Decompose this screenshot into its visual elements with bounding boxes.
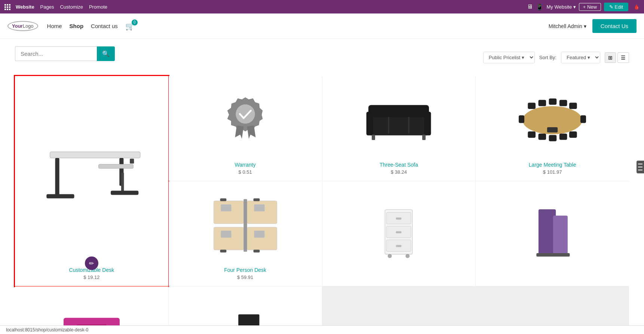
search-input[interactable] <box>15 46 97 61</box>
svg-rect-16 <box>388 117 390 134</box>
search-button[interactable]: 🔍 <box>97 46 115 61</box>
product-card-warranty[interactable]: Warranty $ 0.51 <box>169 76 322 181</box>
product-name-three-seat-sofa: Three-Seat Sofa <box>380 162 418 168</box>
warranty-svg <box>225 96 266 145</box>
product-card-customizable-desk[interactable]: ✏ Customizable Desk $ 19.12 <box>15 76 168 286</box>
nav-contact[interactable]: Contact us <box>91 23 118 29</box>
product-card-three-seat-sofa[interactable]: Three-Seat Sofa $ 38.24 <box>322 76 476 181</box>
logo-text: Your <box>12 23 23 29</box>
product-card-screen-divider[interactable] <box>476 181 629 286</box>
sofa-image <box>328 82 470 158</box>
svg-rect-7 <box>98 164 133 168</box>
filter-row: Public Pricelist ▾ Sort By: Featured ▾ ⊞… <box>483 52 629 63</box>
svg-rect-28 <box>539 133 546 140</box>
svg-rect-53 <box>396 245 402 247</box>
nav-home[interactable]: Home <box>47 23 62 29</box>
shop-container: 🔍 Public Pricelist ▾ Sort By: Featured ▾… <box>0 39 644 334</box>
products-grid: ✏ Customizable Desk $ 19.12 <box>15 76 629 334</box>
view-buttons: ⊞ ☰ <box>605 52 629 63</box>
divider-svg <box>528 206 577 262</box>
svg-rect-3 <box>121 173 124 194</box>
product-card-large-meeting-table[interactable]: Large Meeting Table $ 101.97 <box>476 76 629 181</box>
svg-rect-38 <box>221 204 231 211</box>
mobile-icon: 📱 <box>536 3 543 10</box>
svg-rect-58 <box>536 253 570 256</box>
svg-rect-4 <box>46 194 74 198</box>
svg-rect-33 <box>580 115 586 123</box>
four-person-desk-image <box>175 187 316 263</box>
svg-rect-25 <box>559 100 567 106</box>
screen-divider-image <box>482 187 623 280</box>
warranty-image <box>175 82 316 158</box>
monitor-icon: 🖥 <box>527 3 533 10</box>
svg-rect-36 <box>214 227 243 250</box>
logo[interactable]: YourLogo <box>7 21 38 31</box>
website-title: Website <box>16 4 34 10</box>
desk-svg <box>36 124 148 221</box>
svg-rect-24 <box>549 98 557 104</box>
edit-button[interactable]: ✎ Edit <box>604 3 628 11</box>
status-bar: localhost:8015/shop/customizable-desk-0 <box>0 325 644 334</box>
meeting-svg <box>517 92 588 148</box>
grid-view-button[interactable]: ⊞ <box>605 52 616 63</box>
svg-rect-6 <box>130 159 134 164</box>
svg-rect-26 <box>569 103 577 109</box>
pricelist-dropdown[interactable]: Public Pricelist ▾ <box>483 52 535 63</box>
nav-pages[interactable]: Pages <box>40 4 54 10</box>
svg-rect-32 <box>519 115 524 123</box>
admin-user-label[interactable]: Mitchell Admin ▾ <box>549 23 586 29</box>
contact-us-button[interactable]: Contact Us <box>592 19 637 33</box>
search-bar: 🔍 <box>15 46 115 61</box>
svg-rect-21 <box>547 127 558 132</box>
product-price-large-meeting-table: $ 101.97 <box>543 169 562 175</box>
nav-shop[interactable]: Shop <box>70 23 84 29</box>
nav-customize[interactable]: Customize <box>60 4 83 10</box>
sort-label: Sort By: <box>539 55 556 60</box>
sidebar-line <box>638 170 643 170</box>
svg-rect-37 <box>247 227 277 250</box>
nav-promote[interactable]: Promote <box>89 4 107 10</box>
sort-dropdown[interactable]: Featured ▾ <box>561 52 600 63</box>
sidebar-line <box>638 167 643 167</box>
svg-rect-31 <box>569 131 577 138</box>
product-name-large-meeting-table: Large Meeting Table <box>529 162 576 168</box>
svg-rect-42 <box>243 199 247 252</box>
my-website-label[interactable]: My Website ▾ <box>546 4 576 10</box>
svg-rect-14 <box>367 112 373 135</box>
main-nav: Home Shop Contact us 🛒 0 <box>47 22 549 31</box>
svg-rect-29 <box>549 135 557 141</box>
new-label: + New <box>583 4 597 10</box>
cart-wrapper[interactable]: 🛒 0 <box>125 22 135 31</box>
new-button[interactable]: + New <box>579 3 601 11</box>
product-price-three-seat-sofa: $ 38.24 <box>391 169 407 175</box>
svg-rect-39 <box>254 204 264 211</box>
svg-rect-19 <box>422 134 426 140</box>
sidebar-line <box>638 164 643 164</box>
product-price-four-person-desk: $ 59.91 <box>237 274 253 280</box>
product-price-warranty: $ 0.51 <box>239 169 252 175</box>
svg-rect-12 <box>368 115 429 135</box>
svg-rect-22 <box>528 103 536 109</box>
cart-badge: 0 <box>132 19 138 25</box>
filing-cabinet-image <box>328 187 470 280</box>
product-card-filing-cabinet[interactable] <box>322 181 476 286</box>
grid-menu-icon[interactable] <box>4 4 10 9</box>
product-card-four-person-desk[interactable]: Four Person Desk $ 59.91 <box>169 181 322 286</box>
svg-point-9 <box>236 104 255 123</box>
svg-rect-23 <box>539 100 546 106</box>
status-url: localhost:8015/shop/customizable-desk-0 <box>6 327 88 333</box>
right-sidebar[interactable] <box>637 161 644 173</box>
admin-bar: Website Pages Customize Promote 🖥 📱 My W… <box>0 0 644 13</box>
svg-rect-41 <box>254 231 264 238</box>
desk-image <box>21 82 162 263</box>
cabinet-svg <box>378 206 419 262</box>
svg-rect-17 <box>408 117 410 134</box>
product-name-warranty: Warranty <box>234 162 255 168</box>
svg-rect-5 <box>111 191 138 195</box>
fourdesk-svg <box>210 197 281 253</box>
svg-rect-27 <box>528 131 536 138</box>
svg-rect-57 <box>553 216 568 254</box>
svg-rect-13 <box>368 105 429 117</box>
list-view-button[interactable]: ☰ <box>617 52 629 63</box>
meeting-table-image <box>482 82 623 158</box>
